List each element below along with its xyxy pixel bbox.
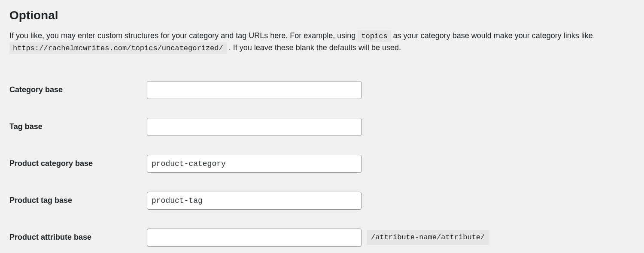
- description-code-example-1: topics: [358, 30, 391, 42]
- product-category-base-label: Product category base: [9, 145, 147, 182]
- product-attribute-base-suffix: /attribute-name/attribute/: [367, 230, 489, 245]
- product-attribute-base-row: Product attribute base /attribute-name/a…: [9, 219, 635, 253]
- tag-base-row: Tag base: [9, 108, 635, 145]
- product-tag-base-row: Product tag base: [9, 182, 635, 219]
- category-base-input[interactable]: [147, 81, 361, 99]
- product-tag-base-input[interactable]: [147, 192, 361, 210]
- optional-heading: Optional: [9, 9, 635, 22]
- category-base-row: Category base: [9, 72, 635, 108]
- description-text-1: If you like, you may enter custom struct…: [9, 31, 358, 40]
- product-attribute-base-input[interactable]: [147, 229, 361, 247]
- product-attribute-base-label: Product attribute base: [9, 219, 147, 253]
- tag-base-label: Tag base: [9, 108, 147, 145]
- tag-base-input[interactable]: [147, 118, 361, 136]
- description-code-example-2: https://rachelmcwrites.com/topics/uncate…: [9, 42, 227, 54]
- permalink-optional-table: Category base Tag base Product category …: [9, 72, 635, 253]
- product-tag-base-label: Product tag base: [9, 182, 147, 219]
- description-text-2: as your category base would make your ca…: [393, 31, 593, 40]
- product-category-base-input[interactable]: [147, 155, 361, 173]
- product-category-base-row: Product category base: [9, 145, 635, 182]
- category-base-label: Category base: [9, 72, 147, 108]
- optional-description: If you like, you may enter custom struct…: [9, 30, 635, 54]
- description-text-3: . If you leave these blank the defaults …: [229, 43, 401, 52]
